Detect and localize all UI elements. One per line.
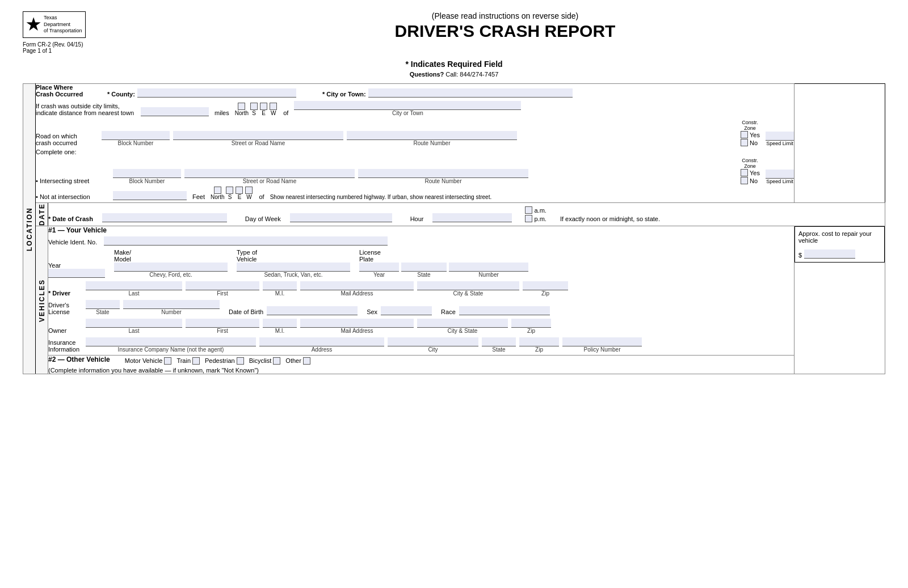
day-of-week-label: Day of Week <box>245 215 281 222</box>
north-checkbox2[interactable] <box>214 187 221 194</box>
owner-last-input[interactable] <box>86 319 182 328</box>
e-checkbox2[interactable] <box>236 187 243 194</box>
w-checkbox1[interactable] <box>270 103 277 110</box>
constr-zone-label1: Constr.Zone <box>742 120 758 131</box>
block-num-input2[interactable] <box>113 169 181 178</box>
motor-vehicle-checkbox[interactable] <box>164 357 171 365</box>
owner-first-input[interactable] <box>186 319 259 328</box>
train-checkbox[interactable] <box>192 357 200 365</box>
road-crash-row: Road on whichcrash occurred Block Number… <box>36 120 794 146</box>
ins-state-group: State <box>482 337 516 353</box>
logo-line3: of Transportation <box>44 28 82 35</box>
driver-last-input[interactable] <box>86 281 182 290</box>
s-label2: S <box>228 194 232 200</box>
other-checkbox[interactable] <box>303 357 310 365</box>
am-checkbox[interactable] <box>525 206 532 214</box>
ins-zip-input[interactable] <box>519 337 559 346</box>
e-checkbox1[interactable] <box>260 103 267 110</box>
ins-company-input[interactable] <box>86 337 256 346</box>
day-of-week-input[interactable] <box>290 213 392 222</box>
yes-row1: Yes <box>740 131 760 138</box>
nearest-town-input[interactable] <box>294 101 521 110</box>
driver-city-state-group: City & State <box>417 281 519 297</box>
dob-input[interactable] <box>267 306 358 315</box>
route-number-label2: Route Number <box>424 178 461 184</box>
no-row1: No <box>740 139 760 146</box>
vin-input[interactable] <box>104 236 388 246</box>
dl-state-input[interactable] <box>86 300 120 309</box>
owner-zip-group: Zip <box>511 319 551 334</box>
owner-mi-input[interactable] <box>263 319 297 328</box>
owner-mail-input[interactable] <box>300 319 414 328</box>
ins-city-input[interactable] <box>388 337 478 346</box>
city-town-group: * City or Town: <box>322 88 573 98</box>
lp-state-input[interactable] <box>401 263 447 272</box>
driver-label: * Driver <box>48 290 82 297</box>
north-checkbox1[interactable] <box>238 103 245 110</box>
ins-company-group: Insurance Company Name (not the agent) <box>86 337 256 353</box>
vehicle2-row: #2 — Other Vehicle Motor Vehicle Train <box>23 356 885 374</box>
yes-checkbox1[interactable] <box>741 131 748 138</box>
route-num-input1[interactable] <box>347 131 517 140</box>
route-num-input2[interactable] <box>358 169 528 178</box>
ins-state-input[interactable] <box>482 337 516 346</box>
county-input[interactable] <box>137 88 296 98</box>
vehicles-content: #1 — Your Vehicle Vehicle Ident. No. Yea… <box>48 226 794 356</box>
no-checkbox2[interactable] <box>741 177 748 184</box>
owner-city-state-input[interactable] <box>417 319 508 328</box>
w-checkbox2[interactable] <box>245 187 253 194</box>
bicyclist-label: Bicyclist <box>249 357 272 364</box>
compass-w2: W <box>245 187 253 200</box>
vin-row: Vehicle Ident. No. <box>48 236 794 246</box>
speed-limit-input2[interactable] <box>766 170 794 179</box>
year-top-label: Year <box>48 262 105 269</box>
compass-north1: North <box>235 103 249 116</box>
distance-input[interactable] <box>141 107 209 116</box>
date-row: DATE * Date of Crash Day of Week Hour a.… <box>23 203 885 226</box>
driver-city-state-input[interactable] <box>417 281 519 290</box>
date-input[interactable] <box>102 213 227 222</box>
pedestrian-checkbox[interactable] <box>237 357 244 365</box>
ins-city-group: City <box>388 337 478 353</box>
driver-mi-input[interactable] <box>263 281 297 290</box>
block-num-input1[interactable] <box>102 131 170 140</box>
cost-input[interactable] <box>804 249 855 259</box>
driver-zip-input[interactable] <box>523 281 568 290</box>
year-group: Year <box>48 262 105 278</box>
bicyclist-checkbox[interactable] <box>273 357 280 365</box>
county-city-row: Place WhereCrash Occurred * County: * Ci… <box>36 84 794 98</box>
driver-city-state-label: City & State <box>453 290 484 297</box>
race-input[interactable] <box>459 306 550 315</box>
hour-input[interactable] <box>432 213 512 222</box>
owner-zip-input[interactable] <box>511 319 551 328</box>
lp-year-input[interactable] <box>359 263 399 272</box>
year-input[interactable] <box>48 269 105 278</box>
dl-number-input[interactable] <box>123 300 220 309</box>
yes-checkbox2[interactable] <box>741 169 748 176</box>
w-label1: W <box>271 110 276 116</box>
street-name-input1[interactable] <box>173 131 343 140</box>
sex-input[interactable] <box>381 306 432 315</box>
ins-address-input[interactable] <box>259 337 384 346</box>
not-intersect-input[interactable] <box>113 191 187 200</box>
street-name-input2[interactable] <box>184 169 355 178</box>
owner-city-state-label: City & State <box>448 328 478 334</box>
s-checkbox2[interactable] <box>226 187 233 194</box>
ins-policy-input[interactable] <box>562 337 642 346</box>
lp-number-input[interactable] <box>449 263 528 272</box>
s-checkbox1[interactable] <box>250 103 258 110</box>
street-name-group2: Street or Road Name <box>184 169 355 184</box>
pm-row: p.m. <box>524 215 546 222</box>
questions-value: Call: 844/274-7457 <box>445 71 498 78</box>
speed-limit-input1[interactable] <box>766 132 794 141</box>
of-label2: of <box>259 193 264 200</box>
driver-first-input[interactable] <box>186 281 259 290</box>
driver-mi-group: M.I. <box>263 281 297 297</box>
no-checkbox1[interactable] <box>741 139 748 146</box>
driver-mail-input[interactable] <box>300 281 414 290</box>
pm-checkbox[interactable] <box>525 215 532 222</box>
make-model-input[interactable] <box>114 263 228 272</box>
city-town-input[interactable] <box>368 88 573 98</box>
license-row: Driver'sLicense State Number Date of Bir… <box>48 300 794 315</box>
type-vehicle-input[interactable] <box>237 263 350 272</box>
